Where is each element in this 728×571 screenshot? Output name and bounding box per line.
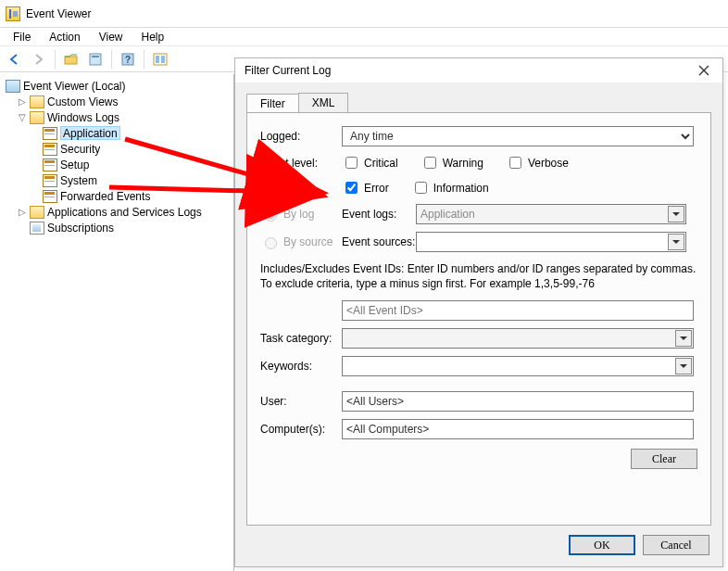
properties-button[interactable] — [84, 49, 107, 70]
chevron-down-icon — [668, 206, 684, 222]
menu-file[interactable]: File — [6, 30, 38, 44]
dialog-title: Filter Current Log — [245, 64, 331, 77]
subscriptions-icon — [30, 222, 44, 235]
tree-subscriptions[interactable]: Subscriptions — [30, 220, 233, 235]
clear-button[interactable]: Clear — [631, 449, 697, 469]
folder-icon — [30, 206, 44, 219]
tree-label: Forwarded Events — [60, 190, 150, 203]
check-critical[interactable]: Critical — [342, 154, 398, 171]
checkbox-error[interactable] — [345, 182, 358, 194]
help-button[interactable]: ? — [117, 49, 139, 70]
tree-label: Applications and Services Logs — [47, 206, 202, 219]
user-input[interactable] — [342, 391, 694, 412]
radio-by-log-input — [265, 209, 277, 222]
menu-action[interactable]: Action — [42, 30, 87, 44]
check-warning[interactable]: Warning — [420, 154, 483, 171]
menubar: File Action View Help — [0, 28, 728, 46]
logged-select[interactable]: Any time — [342, 126, 694, 146]
tree-label: Setup — [60, 159, 89, 171]
tab-content-filter: Logged: Any time Event level: Critical W… — [246, 112, 711, 526]
tree-log-forwarded[interactable]: Forwarded Events — [43, 188, 233, 204]
event-viewer-icon — [6, 6, 20, 21]
dialog-body: Filter XML Logged: Any time Event level:… — [235, 82, 722, 566]
dialog-button-row: OK Cancel — [569, 535, 709, 555]
tree-label: Custom Views — [47, 95, 118, 108]
event-viewer-icon — [6, 80, 20, 93]
menu-view[interactable]: View — [92, 30, 131, 44]
tree-label: Subscriptions — [47, 222, 114, 235]
expand-icon[interactable]: ▷ — [17, 207, 27, 217]
folder-icon — [30, 95, 44, 108]
tree-label: Event Viewer (Local) — [23, 80, 126, 93]
label-user: User: — [260, 395, 342, 408]
radio-by-source: By source — [260, 235, 342, 249]
log-icon — [43, 174, 57, 187]
label-event-sources: Event sources: — [342, 235, 416, 248]
ok-button[interactable]: OK — [569, 535, 635, 555]
navigation-tree: Event Viewer (Local) ▷ Custom Views ▽ Wi… — [0, 74, 234, 571]
check-error[interactable]: Error — [342, 179, 389, 197]
tab-strip: Filter XML — [246, 92, 711, 112]
close-button[interactable] — [691, 61, 717, 80]
cancel-button[interactable]: Cancel — [643, 535, 709, 555]
menu-help[interactable]: Help — [134, 30, 172, 44]
tree-label: Security — [60, 143, 100, 156]
log-icon — [43, 159, 57, 171]
separator — [144, 50, 144, 69]
checkbox-information[interactable] — [415, 182, 427, 194]
chevron-down-icon[interactable] — [668, 234, 684, 250]
tree-label: Application — [60, 126, 120, 140]
separator — [111, 50, 112, 69]
tree-log-system[interactable]: System — [43, 172, 233, 188]
help-text: Includes/Excludes Event IDs: Enter ID nu… — [260, 261, 697, 291]
checkbox-critical[interactable] — [345, 157, 358, 169]
titlebar: Event Viewer — [0, 0, 728, 28]
back-button[interactable] — [4, 49, 26, 70]
label-keywords: Keywords: — [260, 360, 342, 373]
checkbox-warning[interactable] — [424, 157, 436, 169]
computers-input[interactable] — [342, 419, 694, 439]
tree-root[interactable]: Event Viewer (Local) — [6, 78, 233, 94]
event-sources-combo[interactable] — [416, 232, 686, 252]
svg-rect-7 — [161, 56, 165, 63]
tree-label: System — [60, 174, 97, 187]
keywords-combo[interactable] — [342, 356, 694, 376]
event-ids-input[interactable] — [342, 300, 694, 321]
filter-dialog: Filter Current Log Filter XML Logged: An… — [234, 57, 723, 567]
tree-label: Windows Logs — [47, 111, 119, 124]
list-view-button[interactable] — [149, 49, 171, 70]
svg-rect-6 — [156, 56, 159, 63]
check-information[interactable]: Information — [411, 179, 489, 197]
label-event-logs: Event logs: — [342, 208, 416, 221]
log-icon — [43, 190, 57, 203]
collapse-icon[interactable]: ▽ — [17, 112, 27, 122]
chevron-down-icon — [675, 330, 692, 347]
window-title: Event Viewer — [26, 7, 91, 20]
expand-icon[interactable]: ▷ — [17, 96, 27, 107]
tree-log-application[interactable]: Application — [43, 125, 233, 141]
tree-windows-logs[interactable]: ▽ Windows Logs — [17, 109, 233, 125]
check-verbose[interactable]: Verbose — [506, 154, 569, 171]
label-event-level: Event level: — [260, 157, 342, 170]
svg-text:?: ? — [125, 55, 131, 65]
chevron-down-icon[interactable] — [675, 358, 692, 374]
tree-custom-views[interactable]: ▷ Custom Views — [17, 94, 233, 109]
forward-button[interactable] — [28, 49, 50, 70]
tab-filter[interactable]: Filter — [246, 94, 299, 113]
radio-by-source-input — [265, 237, 277, 249]
dialog-titlebar: Filter Current Log — [235, 58, 722, 82]
task-category-combo — [342, 328, 694, 349]
tree-apps-services-logs[interactable]: ▷ Applications and Services Logs — [17, 204, 233, 220]
log-icon — [43, 127, 57, 140]
checkbox-verbose[interactable] — [509, 157, 521, 169]
svg-rect-1 — [90, 54, 101, 65]
log-icon — [43, 143, 57, 156]
separator — [55, 50, 56, 69]
label-task-category: Task category: — [260, 332, 342, 345]
tree-log-security[interactable]: Security — [43, 141, 233, 157]
open-button[interactable] — [60, 49, 82, 70]
label-computers: Computer(s): — [260, 423, 342, 436]
tab-xml[interactable]: XML — [298, 93, 349, 112]
radio-by-log: By log — [260, 207, 342, 222]
tree-log-setup[interactable]: Setup — [43, 157, 233, 172]
